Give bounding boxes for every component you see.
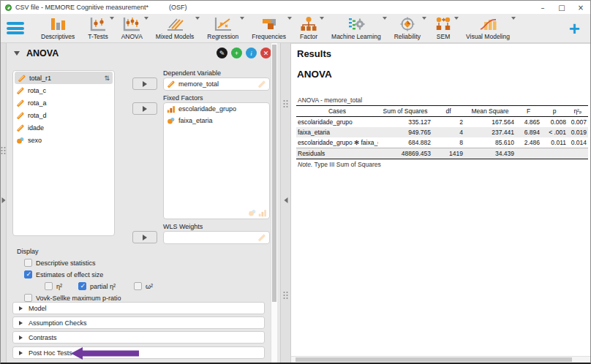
sort-icon[interactable]: ⇅ <box>104 75 110 82</box>
variable-item-rota_c[interactable]: rota_c <box>13 84 114 96</box>
assigned-variable-faixa_etaria[interactable]: faixa_etaria <box>164 115 269 126</box>
assign-fixed-factors-button[interactable] <box>132 102 157 115</box>
chevron-down-icon[interactable] <box>144 17 148 20</box>
column-header: Cases <box>296 106 378 117</box>
chevron-down-icon[interactable] <box>383 17 387 20</box>
variable-item-sexo[interactable]: sexo <box>13 134 114 146</box>
module-button-machine-learning[interactable]: Machine Learning <box>325 14 388 42</box>
section-contrasts[interactable]: Contrasts <box>12 331 265 344</box>
expand-data-panel-icon[interactable] <box>1 197 5 203</box>
module-button-sem[interactable]: SEM <box>427 14 459 42</box>
duplicate-analysis-button[interactable]: + <box>231 48 242 58</box>
row-label: escolaridade_grupo <box>296 117 378 128</box>
variable-item-idade[interactable]: idade <box>13 121 114 134</box>
cell-value: 0.008 <box>541 117 568 128</box>
checkbox--[interactable]: η² <box>45 282 78 290</box>
results-splitter[interactable] <box>280 43 291 363</box>
section-assumption-checks[interactable]: Assumption Checks <box>12 316 265 329</box>
variable-item-rota_a[interactable]: rota_a <box>13 96 114 109</box>
collapse-analysis-icon[interactable] <box>14 51 20 56</box>
analysis-title: ANOVA <box>26 48 59 58</box>
ordinal-type-icon <box>258 208 267 217</box>
info-button[interactable]: i <box>246 48 257 58</box>
checkbox-label: Vovk-Sellke maximum p-ratio <box>36 295 121 302</box>
checkbox-vovk-sellke-maximum-p-ratio[interactable]: Vovk-Sellke maximum p-ratio <box>24 294 153 302</box>
checkbox-box[interactable] <box>24 270 32 278</box>
module-button-anova[interactable]: ANOVA <box>115 14 149 42</box>
module-button-visual-modeling[interactable]: Visual Modeling <box>459 14 516 42</box>
cell-value: 6.894 <box>516 127 541 137</box>
results-scrollbar-thumb[interactable] <box>296 357 572 362</box>
cell-value: 237.441 <box>464 127 516 137</box>
variable-item-rota_d[interactable]: rota_d <box>13 109 114 121</box>
cell-value: 85.610 <box>464 137 516 148</box>
expand-section-icon[interactable] <box>19 351 23 355</box>
module-button-t-tests[interactable]: T-Tests <box>81 14 114 42</box>
module-button-reliability[interactable]: Reliability <box>388 14 427 42</box>
minimize-button[interactable]: – <box>533 1 552 14</box>
section-label: Assumption Checks <box>29 319 87 327</box>
module-button-regression[interactable]: Regression <box>200 14 245 42</box>
module-button-frequencies[interactable]: Frequencies <box>245 14 293 42</box>
checkbox-box[interactable] <box>45 282 53 290</box>
checkbox-box[interactable] <box>78 282 86 290</box>
maximize-button[interactable]: □ <box>552 1 571 14</box>
chevron-down-icon[interactable] <box>240 17 244 20</box>
wls-weights-field[interactable] <box>163 231 270 244</box>
module-button-mixed-models[interactable]: Mixed Models <box>149 14 200 42</box>
chevron-down-icon[interactable] <box>454 17 459 20</box>
dependent-variable-field[interactable]: memore_total <box>163 77 270 91</box>
expand-section-icon[interactable] <box>19 335 23 340</box>
results-horizontal-scrollbar[interactable] <box>291 356 590 363</box>
anova-table[interactable]: ANOVA - memore_total CasesSum of Squares… <box>296 96 588 168</box>
chevron-down-icon[interactable] <box>110 17 114 20</box>
assign-wls-button[interactable] <box>132 231 157 243</box>
close-button[interactable]: × <box>571 1 590 14</box>
expand-section-icon[interactable] <box>19 321 23 325</box>
chevron-down-icon[interactable] <box>320 17 324 20</box>
assigned-variable-escolaridade_grupo[interactable]: escolaridade_grupo <box>164 103 269 115</box>
splitter-drag-handle[interactable] <box>1 147 6 154</box>
checkbox-descriptive-statistics[interactable]: Descriptive statistics <box>24 259 153 267</box>
checkbox-box[interactable] <box>24 294 32 302</box>
module-label: Frequencies <box>252 33 286 40</box>
data-panel-splitter[interactable] <box>1 43 7 363</box>
collapse-options-icon[interactable] <box>284 197 287 203</box>
row-label: faixa_etaria <box>296 127 378 137</box>
variable-item-total_r1[interactable]: total_r1⇅ <box>15 72 113 84</box>
column-header: p <box>541 106 568 117</box>
available-variables-list[interactable]: total_r1⇅rota_crota_arota_didadesexo <box>12 70 115 236</box>
chevron-down-icon[interactable] <box>511 17 516 20</box>
splitter-drag-handle[interactable] <box>283 292 288 299</box>
checkbox-label: ω² <box>146 283 153 290</box>
module-button-descriptives[interactable]: Descriptives <box>34 14 81 42</box>
edit-title-button[interactable]: ✎ <box>217 48 227 58</box>
scale-type-icon <box>257 80 266 88</box>
checkbox--[interactable]: ω² <box>134 282 153 290</box>
remove-analysis-button[interactable]: ✕ <box>260 48 271 58</box>
expand-section-icon[interactable] <box>19 306 23 311</box>
checkbox-estimates-of-effect-size[interactable]: Estimates of effect size <box>24 270 153 278</box>
cell-value: 48869.453 <box>378 148 432 159</box>
chevron-down-icon[interactable] <box>195 17 200 20</box>
splitter-drag-handle[interactable] <box>283 100 288 107</box>
hamburger-menu-icon[interactable] <box>7 22 24 34</box>
fixed-factors-field[interactable]: escolaridade_grupofaixa_etaria <box>163 102 270 219</box>
module-button-factor[interactable]: Factor <box>293 14 325 42</box>
add-module-button[interactable]: + <box>569 21 580 36</box>
anova-icon <box>122 16 141 32</box>
module-label: Reliability <box>394 33 421 40</box>
checkbox-box[interactable] <box>24 259 32 267</box>
options-scrollbar-thumb[interactable] <box>272 45 276 302</box>
section-model[interactable]: Model <box>12 302 265 314</box>
checkbox-box[interactable] <box>134 282 142 290</box>
visual-modeling-icon <box>478 16 497 32</box>
checkbox-partial-[interactable]: partial η² <box>78 282 134 290</box>
chevron-down-icon[interactable] <box>287 17 292 20</box>
assign-dependent-button[interactable] <box>132 77 157 90</box>
assigned-variable-memore_total[interactable]: memore_total <box>164 78 269 90</box>
options-scrollbar[interactable] <box>271 43 277 363</box>
chevron-down-icon[interactable] <box>422 17 426 20</box>
title-bar: CSV file - MEMORE Cognitive measurement*… <box>1 1 590 14</box>
column-header: Mean Square <box>464 106 516 117</box>
